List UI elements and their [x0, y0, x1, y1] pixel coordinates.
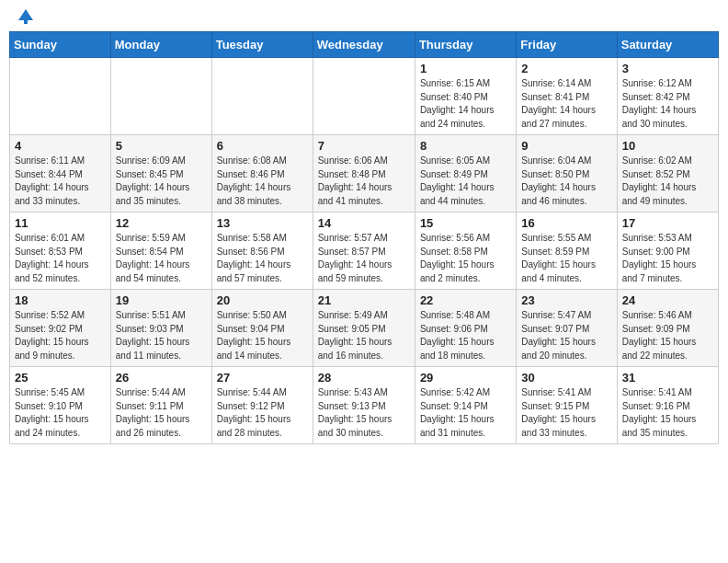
calendar-week-2: 4Sunrise: 6:11 AM Sunset: 8:44 PM Daylig…	[10, 135, 719, 213]
day-header-thursday: Thursday	[415, 32, 516, 58]
calendar-cell: 27Sunrise: 5:44 AM Sunset: 9:12 PM Dayli…	[211, 367, 313, 444]
calendar-cell: 20Sunrise: 5:50 AM Sunset: 9:04 PM Dayli…	[211, 290, 313, 367]
logo-icon	[15, 7, 35, 24]
day-number: 27	[217, 371, 308, 385]
calendar-cell	[211, 58, 313, 135]
day-info: Sunrise: 5:56 AM Sunset: 8:58 PM Dayligh…	[420, 232, 511, 285]
day-number: 18	[15, 293, 106, 307]
calendar-cell: 31Sunrise: 5:41 AM Sunset: 9:16 PM Dayli…	[617, 367, 718, 444]
day-number: 23	[521, 293, 611, 307]
day-number: 8	[420, 139, 511, 153]
calendar-cell: 6Sunrise: 6:08 AM Sunset: 8:46 PM Daylig…	[211, 135, 313, 213]
day-info: Sunrise: 6:12 AM Sunset: 8:42 PM Dayligh…	[622, 77, 713, 131]
day-number: 4	[15, 139, 106, 153]
calendar-week-1: 1Sunrise: 6:15 AM Sunset: 8:40 PM Daylig…	[10, 58, 719, 135]
day-number: 28	[318, 371, 410, 385]
day-info: Sunrise: 6:01 AM Sunset: 8:53 PM Dayligh…	[15, 232, 106, 285]
day-info: Sunrise: 6:05 AM Sunset: 8:49 PM Dayligh…	[420, 155, 511, 208]
calendar-cell: 19Sunrise: 5:51 AM Sunset: 9:03 PM Dayli…	[110, 290, 211, 367]
calendar-cell: 14Sunrise: 5:57 AM Sunset: 8:57 PM Dayli…	[313, 213, 415, 290]
day-info: Sunrise: 5:43 AM Sunset: 9:13 PM Dayligh…	[318, 386, 410, 440]
calendar-cell: 23Sunrise: 5:47 AM Sunset: 9:07 PM Dayli…	[517, 290, 617, 367]
day-number: 7	[318, 139, 410, 153]
day-number: 15	[420, 216, 511, 230]
day-info: Sunrise: 5:58 AM Sunset: 8:56 PM Dayligh…	[217, 232, 308, 285]
day-info: Sunrise: 6:11 AM Sunset: 8:44 PM Dayligh…	[15, 155, 106, 208]
day-info: Sunrise: 6:06 AM Sunset: 8:48 PM Dayligh…	[318, 155, 410, 208]
day-info: Sunrise: 6:08 AM Sunset: 8:46 PM Dayligh…	[217, 155, 308, 208]
day-number: 11	[15, 216, 106, 230]
svg-marker-0	[18, 9, 33, 24]
calendar-week-4: 18Sunrise: 5:52 AM Sunset: 9:02 PM Dayli…	[10, 290, 719, 367]
day-info: Sunrise: 5:55 AM Sunset: 8:59 PM Dayligh…	[521, 232, 611, 285]
day-info: Sunrise: 5:50 AM Sunset: 9:04 PM Dayligh…	[217, 309, 308, 362]
day-number: 24	[622, 293, 713, 307]
day-number: 13	[217, 216, 308, 230]
day-info: Sunrise: 5:48 AM Sunset: 9:06 PM Dayligh…	[420, 309, 511, 362]
calendar-cell: 5Sunrise: 6:09 AM Sunset: 8:45 PM Daylig…	[110, 135, 211, 213]
day-number: 9	[521, 139, 611, 153]
calendar-cell: 30Sunrise: 5:41 AM Sunset: 9:15 PM Dayli…	[517, 367, 617, 444]
day-number: 25	[15, 371, 106, 385]
calendar-cell: 12Sunrise: 5:59 AM Sunset: 8:54 PM Dayli…	[110, 213, 211, 290]
day-info: Sunrise: 5:49 AM Sunset: 9:05 PM Dayligh…	[318, 309, 410, 362]
calendar-cell: 3Sunrise: 6:12 AM Sunset: 8:42 PM Daylig…	[617, 58, 718, 135]
day-info: Sunrise: 5:51 AM Sunset: 9:03 PM Dayligh…	[116, 309, 207, 362]
day-number: 1	[420, 62, 511, 75]
calendar-cell: 21Sunrise: 5:49 AM Sunset: 9:05 PM Dayli…	[313, 290, 415, 367]
day-info: Sunrise: 5:47 AM Sunset: 9:07 PM Dayligh…	[521, 309, 611, 362]
day-number: 12	[116, 216, 207, 230]
day-number: 3	[622, 62, 713, 75]
day-header-monday: Monday	[110, 32, 211, 58]
calendar-cell: 4Sunrise: 6:11 AM Sunset: 8:44 PM Daylig…	[10, 135, 111, 213]
day-number: 21	[318, 293, 410, 307]
day-info: Sunrise: 6:15 AM Sunset: 8:40 PM Dayligh…	[420, 77, 511, 131]
day-info: Sunrise: 6:14 AM Sunset: 8:41 PM Dayligh…	[521, 77, 611, 131]
day-info: Sunrise: 5:57 AM Sunset: 8:57 PM Dayligh…	[318, 232, 410, 285]
day-info: Sunrise: 6:04 AM Sunset: 8:50 PM Dayligh…	[521, 155, 611, 208]
calendar-cell: 13Sunrise: 5:58 AM Sunset: 8:56 PM Dayli…	[211, 213, 313, 290]
day-header-wednesday: Wednesday	[313, 32, 415, 58]
day-info: Sunrise: 5:41 AM Sunset: 9:16 PM Dayligh…	[622, 386, 713, 440]
calendar-cell: 26Sunrise: 5:44 AM Sunset: 9:11 PM Dayli…	[110, 367, 211, 444]
day-number: 30	[521, 371, 611, 385]
day-number: 10	[622, 139, 713, 153]
day-number: 14	[318, 216, 410, 230]
calendar-cell: 1Sunrise: 6:15 AM Sunset: 8:40 PM Daylig…	[415, 58, 516, 135]
day-number: 26	[116, 371, 207, 385]
page-header	[9, 9, 719, 24]
day-info: Sunrise: 5:52 AM Sunset: 9:02 PM Dayligh…	[15, 309, 106, 362]
calendar-cell: 25Sunrise: 5:45 AM Sunset: 9:10 PM Dayli…	[10, 367, 111, 444]
day-number: 2	[521, 62, 611, 75]
calendar-cell	[110, 58, 211, 135]
day-info: Sunrise: 5:46 AM Sunset: 9:09 PM Dayligh…	[622, 309, 713, 362]
day-number: 6	[217, 139, 308, 153]
calendar-table: SundayMondayTuesdayWednesdayThursdayFrid…	[9, 31, 719, 444]
calendar-cell: 29Sunrise: 5:42 AM Sunset: 9:14 PM Dayli…	[415, 367, 516, 444]
day-number: 31	[622, 371, 713, 385]
day-number: 17	[622, 216, 713, 230]
day-number: 20	[217, 293, 308, 307]
day-number: 19	[116, 293, 207, 307]
day-number: 22	[420, 293, 511, 307]
calendar-cell: 7Sunrise: 6:06 AM Sunset: 8:48 PM Daylig…	[313, 135, 415, 213]
calendar-cell: 15Sunrise: 5:56 AM Sunset: 8:58 PM Dayli…	[415, 213, 516, 290]
calendar-week-5: 25Sunrise: 5:45 AM Sunset: 9:10 PM Dayli…	[10, 367, 719, 444]
calendar-cell: 11Sunrise: 6:01 AM Sunset: 8:53 PM Dayli…	[10, 213, 111, 290]
day-info: Sunrise: 5:42 AM Sunset: 9:14 PM Dayligh…	[420, 386, 511, 440]
day-info: Sunrise: 6:09 AM Sunset: 8:45 PM Dayligh…	[116, 155, 207, 208]
calendar-cell	[313, 58, 415, 135]
calendar-cell: 2Sunrise: 6:14 AM Sunset: 8:41 PM Daylig…	[517, 58, 617, 135]
day-info: Sunrise: 5:44 AM Sunset: 9:12 PM Dayligh…	[217, 386, 308, 440]
calendar-cell: 24Sunrise: 5:46 AM Sunset: 9:09 PM Dayli…	[617, 290, 718, 367]
calendar-cell: 10Sunrise: 6:02 AM Sunset: 8:52 PM Dayli…	[617, 135, 718, 213]
day-info: Sunrise: 6:02 AM Sunset: 8:52 PM Dayligh…	[622, 155, 713, 208]
day-info: Sunrise: 5:53 AM Sunset: 9:00 PM Dayligh…	[622, 232, 713, 285]
logo	[13, 9, 35, 24]
day-info: Sunrise: 5:41 AM Sunset: 9:15 PM Dayligh…	[521, 386, 611, 440]
calendar-cell: 18Sunrise: 5:52 AM Sunset: 9:02 PM Dayli…	[10, 290, 111, 367]
day-header-tuesday: Tuesday	[211, 32, 313, 58]
calendar-cell: 8Sunrise: 6:05 AM Sunset: 8:49 PM Daylig…	[415, 135, 516, 213]
calendar-cell	[10, 58, 111, 135]
day-number: 5	[116, 139, 207, 153]
